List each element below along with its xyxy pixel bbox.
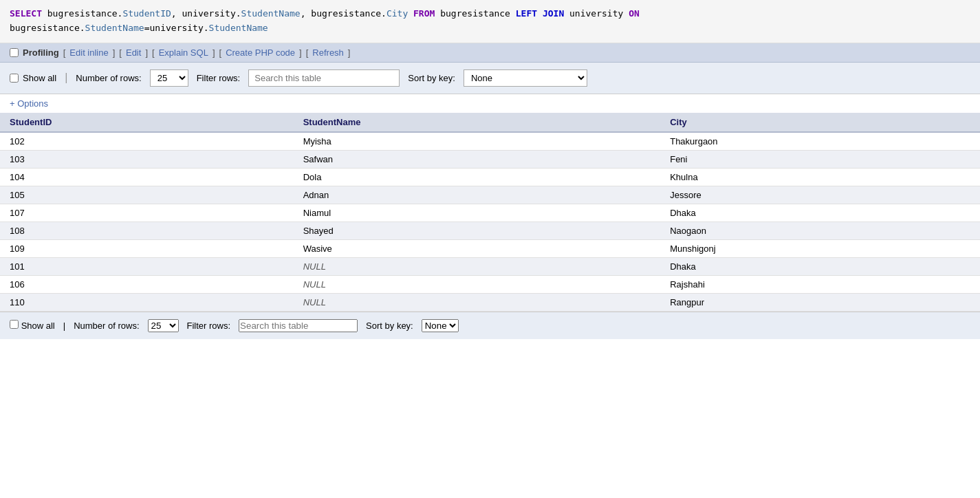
sql-keyword-select: SELECT (10, 8, 42, 19)
search-top-input[interactable] (248, 69, 400, 87)
table-cell-city: Rajshahi (660, 275, 980, 293)
profiling-checkbox[interactable] (10, 48, 19, 57)
table-row: 107NiamulDhaka (0, 204, 980, 221)
sql-keyword-from: FROM (413, 8, 435, 19)
table-cell-city: Dhaka (660, 257, 980, 275)
table-cell-studentname: NULL (294, 275, 661, 293)
create-php-link[interactable]: Create PHP code (226, 47, 295, 58)
table-cell-studentid: 109 (0, 239, 294, 257)
table-row: 105AdnanJessore (0, 186, 980, 204)
sql-text-1: bugresistance. (47, 8, 123, 19)
filter-row-bottom: Show all | Number of rows: 25 50 100 250… (0, 312, 980, 339)
col-header-studentid: StudentID (0, 113, 294, 132)
rows-count-bottom-select[interactable]: 25 50 100 250 500 (148, 319, 179, 332)
col-header-studentname: StudentName (294, 113, 661, 132)
table-body: 102MyishaThakurgaon103SafwanFeni104DolaK… (0, 132, 980, 312)
edit-link[interactable]: Edit (126, 47, 141, 58)
table-cell-studentname: Dola (294, 168, 661, 186)
filter-rows-bottom-label: Filter rows: (187, 321, 231, 331)
table-cell-studentid: 104 (0, 168, 294, 186)
table-cell-city: Thakurgaon (660, 132, 980, 151)
sql-text-2: bugresistance (440, 8, 516, 19)
refresh-link[interactable]: Refresh (312, 47, 344, 58)
number-of-rows-bottom-label: Number of rows: (74, 321, 139, 331)
table-cell-city: Dhaka (660, 204, 980, 221)
options-section: + Options (0, 94, 980, 113)
table-cell-studentname: NULL (294, 293, 661, 311)
data-table: StudentID StudentName City 102MyishaThak… (0, 113, 980, 312)
sql-keyword-join: JOIN (543, 8, 564, 19)
table-cell-city: Naogaon (660, 221, 980, 239)
table-row: 108ShayedNaogaon (0, 221, 980, 239)
table-cell-studentid: 106 (0, 275, 294, 293)
show-all-top-checkbox[interactable] (10, 74, 19, 83)
table-cell-studentid: 102 (0, 132, 294, 151)
table-cell-studentid: 105 (0, 186, 294, 204)
profiling-label: Profiling (23, 47, 59, 58)
sort-key-bottom-select[interactable]: None (422, 319, 459, 332)
table-cell-studentid: 103 (0, 150, 294, 168)
table-cell-studentname: Wasive (294, 239, 661, 257)
sql-text-4: bugresistance. (10, 23, 85, 33)
options-link[interactable]: + Options (10, 98, 48, 109)
table-row: 102MyishaThakurgaon (0, 132, 980, 151)
sql-keyword-on: ON (629, 8, 640, 19)
rows-count-top-select[interactable]: 25 50 100 250 500 (150, 69, 188, 87)
table-cell-studentname: Shayed (294, 221, 661, 239)
sort-by-key-top-label: Sort by key: (408, 73, 455, 83)
table-cell-studentid: 101 (0, 257, 294, 275)
table-cell-city: Munshigonj (660, 239, 980, 257)
table-cell-city: Feni (660, 150, 980, 168)
table-row: 104DolaKhulna (0, 168, 980, 186)
sql-text-3: university (569, 8, 629, 19)
table-row: 109WasiveMunshigonj (0, 239, 980, 257)
show-all-bottom-label: Show all (10, 320, 55, 331)
table-cell-city: Jessore (660, 186, 980, 204)
filter-row-top: Show all | Number of rows: 25 50 100 250… (0, 63, 980, 94)
show-all-top-label: Show all (10, 73, 56, 83)
sort-key-top-select[interactable]: None (464, 69, 587, 87)
table-row: 101NULLDhaka (0, 257, 980, 275)
filter-rows-top-label: Filter rows: (197, 73, 241, 83)
sql-keyword-left: LEFT (516, 8, 537, 19)
explain-sql-link[interactable]: Explain SQL (159, 47, 208, 58)
table-cell-studentid: 110 (0, 293, 294, 311)
sql-query-area: SELECT bugresistance.StudentID, universi… (0, 0, 980, 43)
col-header-city: City (660, 113, 980, 132)
number-of-rows-top-label: Number of rows: (76, 73, 141, 83)
search-bottom-input[interactable] (239, 319, 358, 332)
table-cell-studentname: Safwan (294, 150, 661, 168)
sort-by-key-bottom-label: Sort by key: (366, 321, 413, 331)
table-cell-studentid: 108 (0, 221, 294, 239)
table-cell-studentname: NULL (294, 257, 661, 275)
table-row: 106NULLRajshahi (0, 275, 980, 293)
table-cell-studentname: Adnan (294, 186, 661, 204)
toolbar: Profiling [ Edit inline ] [ Edit ] [ Exp… (0, 43, 980, 63)
table-row: 110NULLRangpur (0, 293, 980, 311)
table-header-row: StudentID StudentName City (0, 113, 980, 132)
table-row: 103SafwanFeni (0, 150, 980, 168)
table-cell-city: Rangpur (660, 293, 980, 311)
show-all-bottom-checkbox[interactable] (10, 320, 19, 329)
edit-inline-link[interactable]: Edit inline (69, 47, 108, 58)
table-cell-studentname: Myisha (294, 132, 661, 151)
table-cell-studentname: Niamul (294, 204, 661, 221)
table-cell-city: Khulna (660, 168, 980, 186)
table-cell-studentid: 107 (0, 204, 294, 221)
